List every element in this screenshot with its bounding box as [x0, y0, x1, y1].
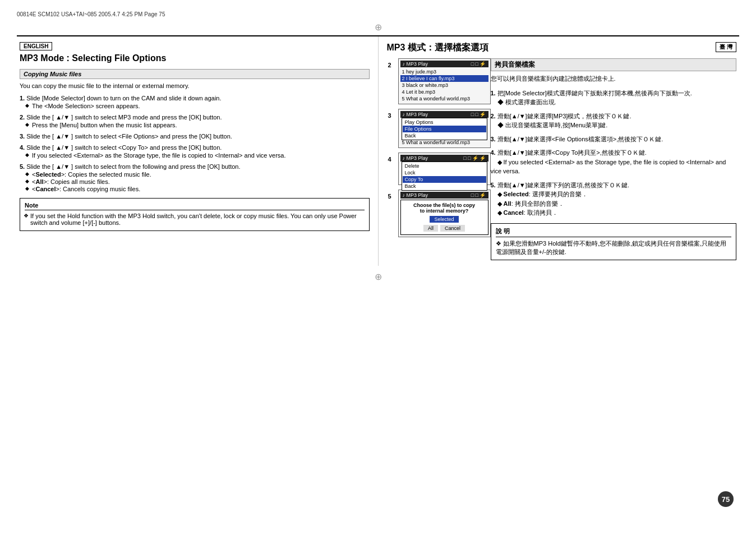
cn-step-2-num: 2. [491, 113, 497, 119]
menu-item-delete: Delete [403, 163, 486, 169]
cn-step-4-num: 4. [491, 149, 497, 156]
step-1-num: 1. [20, 95, 26, 102]
device-menu-3: I believe I can fly.mp3 3 black or white… [400, 119, 488, 146]
device-screen-4: ♪ MP3 Play □ □ ⚡ ⚡ I believe I can fly.m… [398, 153, 491, 185]
main-content: ENGLISH MP3 Mode : Selecting File Option… [17, 35, 739, 266]
cn-step-1-text: 把[Mode Selector]模式選擇鍵向下扳動來打開本機,然後再向下扳動一次… [497, 90, 692, 96]
note-item-1: If you set the Hold function with the MP… [25, 213, 365, 226]
right-subsection-header: 拷貝音樂檔案 [491, 58, 737, 71]
step-1-text: Slide [Mode Selector] down to turn on th… [26, 95, 221, 102]
device-list-2: 1 hey jude.mp3 2 I believe I can fly.mp3… [400, 68, 488, 102]
step-5-sub-3: <Cancel>: Cancels copying music files. [26, 186, 370, 192]
menu-item-copy-to: Copy To [403, 176, 486, 183]
device-icons-4: □ □ ⚡ ⚡ [463, 155, 486, 161]
cn-step-3-text: 滑動[▲/▼]鍵來選擇<File Options檔案選項>,然後按下ＯＫ鍵. [497, 136, 663, 142]
menu-overlay-4: Delete Lock Copy To Back [402, 162, 487, 191]
step-2-text: Slide the [ ▲/▼ ] switch to select MP3 m… [26, 114, 222, 121]
menu-item-back: Back [403, 132, 486, 139]
device-header-5: ♪ MP3 Play □ □ ⚡ [400, 192, 488, 199]
left-header: ENGLISH MP3 Mode : Selecting File Option… [20, 42, 370, 69]
note-title: Note [25, 202, 365, 210]
step-4-sub-1: If you selected <External> as the Storag… [26, 152, 370, 159]
right-header: MP3 模式：選擇檔案選項 臺 灣 [387, 42, 737, 58]
cn-step-5-num: 5. [491, 182, 497, 188]
crosshair-bottom: ⊕ [17, 271, 739, 282]
devices-column: 2 ♪ MP3 Play □ □ ⚡ 1 hey jude.mp3 2 I be… [387, 58, 485, 260]
device-row-2: 2 ♪ MP3 Play □ □ ⚡ 1 hey jude.mp3 2 I be… [398, 58, 485, 104]
device-row-4: 4 ♪ MP3 Play □ □ ⚡ ⚡ I believe I can fly… [398, 153, 485, 185]
tw-badge: 臺 灣 [716, 42, 736, 52]
step-4-subs: If you selected <External> as the Storag… [26, 152, 370, 159]
cn-step-5-sub-2: All: 拷貝全部的音樂． [497, 200, 564, 207]
cn-step-2: 2. 滑動[▲/▼]鍵來選擇[MP3]模式，然後按下ＯＫ鍵. 出現音樂檔案選單時… [491, 112, 737, 130]
device-row-5: 5 ♪ MP3 Play □ □ ⚡ Choose the file(s) to… [398, 190, 485, 237]
step-2: 2. Slide the [ ▲/▼ ] switch to select MP… [20, 114, 370, 128]
step-1: 1. Slide [Mode Selector] down to turn on… [20, 95, 370, 109]
cn-note-box: 說 明 ❖ 如果您滑動MP3 Hold鍵暫停不動時,您不能刪除,鎖定或拷貝任何音… [491, 223, 737, 260]
step-label-2: 2 [388, 62, 391, 68]
right-body: 2 ♪ MP3 Play □ □ ⚡ 1 hey jude.mp3 2 I be… [387, 58, 737, 260]
left-subsection-header: Copying Music files [20, 69, 370, 79]
device-title-5: ♪ MP3 Play [403, 192, 428, 198]
cn-step-1-num: 1. [491, 90, 497, 96]
device-title-2: ♪ MP3 Play [403, 61, 428, 67]
left-column: ENGLISH MP3 Mode : Selecting File Option… [17, 36, 379, 266]
cn-step-3: 3. 滑動[▲/▼]鍵來選擇<File Options檔案選項>,然後按下ＯＫ鍵… [491, 135, 737, 144]
step-2-num: 2. [20, 114, 26, 121]
left-intro: You can copy the music file to the inter… [20, 82, 370, 89]
cn-step-4-text: 滑動[▲/▼]鍵來選擇<Copy To拷貝至>,然後按下ＯＫ鍵. [497, 149, 647, 156]
btn-cancel: Cancel [440, 225, 465, 232]
step-5-num: 5. [20, 163, 26, 170]
choose-box-5: Choose the file(s) to copyto internal me… [400, 200, 488, 235]
note-content: If you set the Hold function with the MP… [25, 213, 365, 226]
step-4-text: Slide the [ ▲/▼ ] switch to select <Copy… [26, 144, 222, 151]
step-label-3: 3 [388, 112, 391, 119]
cn-step-2-text: 滑動[▲/▼]鍵來選擇[MP3]模式，然後按下ＯＫ鍵. [497, 113, 631, 119]
device-title-4: ♪ MP3 Play [403, 155, 428, 161]
doc-header: 00814E SCM102 USA+TAI~085 2005.4.7 4:25 … [17, 11, 739, 17]
menu-item-lock: Lock [403, 169, 486, 176]
list-item: 1 hey jude.mp3 [400, 68, 488, 75]
menu-item-back-4: Back [403, 183, 486, 190]
device-screen-5: ♪ MP3 Play □ □ ⚡ Choose the file(s) to c… [398, 190, 491, 237]
cn-step-4: 4. 滑動[▲/▼]鍵來選擇<Copy To拷貝至>,然後按下ＯＫ鍵. If y… [491, 148, 737, 176]
btn-selected: Selected [430, 216, 458, 223]
step-4-num: 4. [20, 144, 26, 151]
device-menu-4: I believe I can fly.mp3 p3 5 What a wond… [400, 163, 488, 183]
cn-step-5-text: 滑動[▲/▼]鍵來選擇下列的選項,然後按下ＯＫ鍵. [497, 182, 629, 188]
step-3: 3. Slide the [ ▲/▼ ] switch to select <F… [20, 133, 370, 140]
cn-step-5-sub-3: Cancel: 取消拷貝． [497, 209, 558, 216]
step-5-text: Slide the [ ▲/▼ ] switch to select from … [26, 163, 240, 170]
page-container: 00814E SCM102 USA+TAI~085 2005.4.7 4:25 … [0, 0, 756, 535]
right-column: MP3 模式：選擇檔案選項 臺 灣 2 ♪ MP3 Play □ □ ⚡ [379, 36, 740, 266]
list-item: 4 Let it be.mp3 [400, 89, 488, 95]
device-screen-2: ♪ MP3 Play □ □ ⚡ 1 hey jude.mp3 2 I beli… [398, 58, 491, 104]
crosshair-top: ⊕ [17, 22, 739, 33]
step-label-4: 4 [388, 156, 391, 163]
step-1-sub-1: The <Mode Selection> screen appears. [26, 103, 370, 109]
cn-step-3-num: 3. [491, 136, 497, 142]
menu-overlay-3: Play Options File Options Back [402, 118, 487, 140]
menu-item-file-options: File Options [403, 126, 486, 132]
step-3-text: Slide the [ ▲/▼ ] switch to select <File… [26, 133, 232, 140]
step-5-subs: <Selected>: Copies the selected music fi… [26, 171, 370, 192]
step-5-sub-1: <Selected>: Copies the selected music fi… [26, 171, 370, 178]
cn-step-1: 1. 把[Mode Selector]模式選擇鍵向下扳動來打開本機,然後再向下扳… [491, 89, 737, 107]
device-icons-2: □ □ ⚡ [471, 61, 486, 67]
step-5-sub-2: <All>: Copies all music files. [26, 178, 370, 185]
list-item: 3 black or white.mp3 [400, 82, 488, 89]
device-row-3: 3 ♪ MP3 Play □ □ ⚡ I believe I can fly.m… [398, 109, 485, 148]
device-screen-3: ♪ MP3 Play □ □ ⚡ I believe I can fly.mp3… [398, 109, 491, 148]
list-item: 5 What a wonderful world.mp3 [400, 95, 488, 102]
step-3-num: 3. [20, 133, 26, 140]
step-1-subs: The <Mode Selection> screen appears. [26, 103, 370, 109]
cn-step-4-sub: If you selected <External> as the Storag… [491, 159, 726, 175]
left-section-title: MP3 Mode : Selecting File Options [20, 53, 166, 64]
device-title-3: ♪ MP3 Play [403, 112, 428, 117]
menu-item-play-options: Play Options [403, 119, 486, 126]
left-steps-list: 1. Slide [Mode Selector] down to turn on… [20, 95, 370, 192]
step-4: 4. Slide the [ ▲/▼ ] switch to select <C… [20, 144, 370, 159]
cn-step-1-sub: 模式選擇畫面出現. [497, 99, 556, 105]
right-section-title: MP3 模式：選擇檔案選項 [387, 42, 488, 54]
cn-step-5-sub-1: Selected: 選擇要拷貝的音樂． [497, 191, 588, 197]
